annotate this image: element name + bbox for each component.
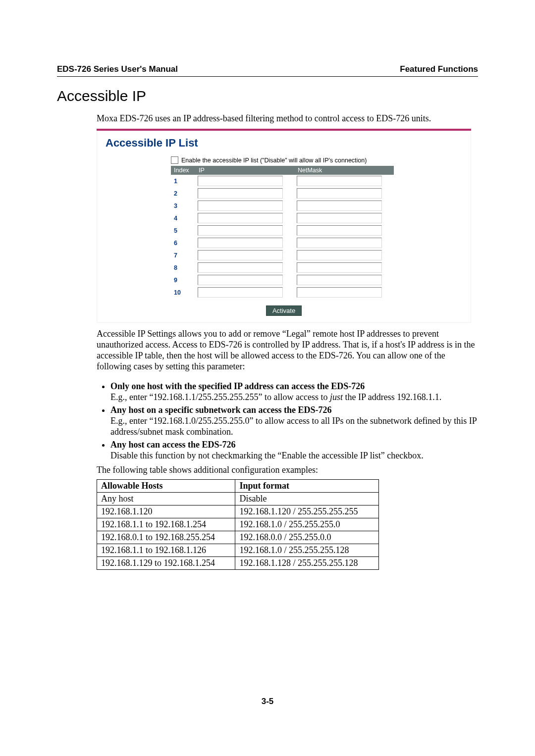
format-cell: 192.168.1.0 / 255.255.255.128 xyxy=(235,544,379,557)
row-index: 8 xyxy=(171,261,196,274)
ip-input[interactable] xyxy=(198,176,283,186)
list-item: Any host on a specific subnetwork can ac… xyxy=(110,405,478,438)
table-row: 192.168.1.120192.168.1.120 / 255.255.255… xyxy=(97,505,379,518)
row-index: 3 xyxy=(171,200,196,212)
netmask-input[interactable] xyxy=(297,250,382,260)
table-row: 5 xyxy=(171,224,394,237)
row-index: 9 xyxy=(171,274,196,286)
netmask-input[interactable] xyxy=(297,275,382,285)
bullet-text: E.g., enter “192.168.1.0/255.255.255.0” … xyxy=(110,416,477,437)
list-item: Any host can access the EDS-726 Disable … xyxy=(110,440,478,461)
panel-title: Accessible IP List xyxy=(106,137,462,150)
ip-input[interactable] xyxy=(198,275,283,285)
enable-checkbox-row[interactable]: Enable the accessible IP list ("Disable"… xyxy=(171,156,462,164)
bullet-text: E.g., enter “192.168.1.1/255.255.255.255… xyxy=(110,392,330,402)
table-row: 7 xyxy=(171,249,394,261)
table-row: Any hostDisable xyxy=(97,493,379,505)
manual-title: EDS-726 Series User's Manual xyxy=(57,64,178,74)
table-row: 8 xyxy=(171,261,394,274)
col-ip: IP xyxy=(196,166,295,175)
page-number: 3-5 xyxy=(57,697,478,706)
bullet-list: Only one host with the specified IP addr… xyxy=(97,381,478,461)
hosts-cell: Any host xyxy=(97,493,235,505)
hosts-cell: 192.168.0.1 to 192.168.255.254 xyxy=(97,531,235,544)
table-row: 2 xyxy=(171,187,394,200)
ip-input[interactable] xyxy=(198,225,283,236)
activate-button[interactable]: Activate xyxy=(266,305,302,316)
bullet-title: Any host can access the EDS-726 xyxy=(110,440,236,450)
ip-table: Index IP NetMask 1 2 3 4 5 6 7 8 9 10 xyxy=(171,166,394,299)
format-cell: 192.168.1.0 / 255.255.255.0 xyxy=(235,518,379,531)
table-row: 192.168.1.129 to 192.168.1.254192.168.1.… xyxy=(97,557,379,570)
ip-input[interactable] xyxy=(198,287,283,298)
row-index: 6 xyxy=(171,237,196,249)
ip-input[interactable] xyxy=(198,188,283,199)
netmask-input[interactable] xyxy=(297,262,382,273)
table-row: 4 xyxy=(171,212,394,224)
examples-table: Allowable Hosts Input format Any hostDis… xyxy=(97,479,379,570)
table-row: 1 xyxy=(171,175,394,187)
row-index: 4 xyxy=(171,212,196,224)
ip-input[interactable] xyxy=(198,262,283,273)
enable-checkbox[interactable] xyxy=(171,156,178,164)
netmask-input[interactable] xyxy=(297,238,382,248)
ip-input[interactable] xyxy=(198,238,283,248)
col-netmask: NetMask xyxy=(295,166,394,175)
row-index: 7 xyxy=(171,249,196,261)
row-index: 5 xyxy=(171,224,196,237)
netmask-input[interactable] xyxy=(297,213,382,223)
table-row: 6 xyxy=(171,237,394,249)
format-cell: 192.168.1.128 / 255.255.255.128 xyxy=(235,557,379,570)
table-row: 192.168.1.1 to 192.168.1.254192.168.1.0 … xyxy=(97,518,379,531)
netmask-input[interactable] xyxy=(297,225,382,236)
netmask-input[interactable] xyxy=(297,188,382,199)
ip-input[interactable] xyxy=(198,213,283,223)
page-title: Accessible IP xyxy=(57,88,478,104)
row-index: 10 xyxy=(171,286,196,299)
page-header: EDS-726 Series User's Manual Featured Fu… xyxy=(57,64,478,74)
accessible-ip-panel: Accessible IP List Enable the accessible… xyxy=(97,129,471,323)
col-index: Index xyxy=(171,166,196,175)
bullet-title: Any host on a specific subnetwork can ac… xyxy=(110,405,332,415)
row-index: 2 xyxy=(171,187,196,200)
netmask-input[interactable] xyxy=(297,287,382,298)
bullet-text-b: the IP address 192.168.1.1. xyxy=(343,392,441,402)
table-row: 9 xyxy=(171,274,394,286)
row-index: 1 xyxy=(171,175,196,187)
ip-input[interactable] xyxy=(198,201,283,211)
table-intro: The following table shows additional con… xyxy=(97,465,478,475)
netmask-input[interactable] xyxy=(297,201,382,211)
activate-row: Activate xyxy=(106,305,462,316)
hosts-cell: 192.168.1.1 to 192.168.1.254 xyxy=(97,518,235,531)
hosts-cell: 192.168.1.1 to 192.168.1.126 xyxy=(97,544,235,557)
bullet-italic: just xyxy=(330,392,343,402)
examples-header-hosts: Allowable Hosts xyxy=(97,480,235,493)
examples-header-format: Input format xyxy=(235,480,379,493)
table-row: 192.168.1.1 to 192.168.1.126192.168.1.0 … xyxy=(97,544,379,557)
format-cell: 192.168.0.0 / 255.255.0.0 xyxy=(235,531,379,544)
ip-input[interactable] xyxy=(198,250,283,260)
netmask-input[interactable] xyxy=(297,176,382,186)
format-cell: Disable xyxy=(235,493,379,505)
format-cell: 192.168.1.120 / 255.255.255.255 xyxy=(235,505,379,518)
section-title: Featured Functions xyxy=(400,64,478,74)
bullet-title: Only one host with the specified IP addr… xyxy=(110,381,365,391)
table-row: 10 xyxy=(171,286,394,299)
intro-paragraph: Moxa EDS-726 uses an IP address-based fi… xyxy=(97,113,478,124)
bullet-text: Disable this function by not checkmarkin… xyxy=(110,451,424,460)
table-row: 3 xyxy=(171,200,394,212)
header-rule xyxy=(57,76,478,77)
table-row: 192.168.0.1 to 192.168.255.254192.168.0.… xyxy=(97,531,379,544)
enable-checkbox-label: Enable the accessible IP list ("Disable"… xyxy=(181,157,367,164)
list-item: Only one host with the specified IP addr… xyxy=(110,381,478,403)
hosts-cell: 192.168.1.120 xyxy=(97,505,235,518)
hosts-cell: 192.168.1.129 to 192.168.1.254 xyxy=(97,557,235,570)
body-paragraph-1: Accessible IP Settings allows you to add… xyxy=(97,329,478,372)
